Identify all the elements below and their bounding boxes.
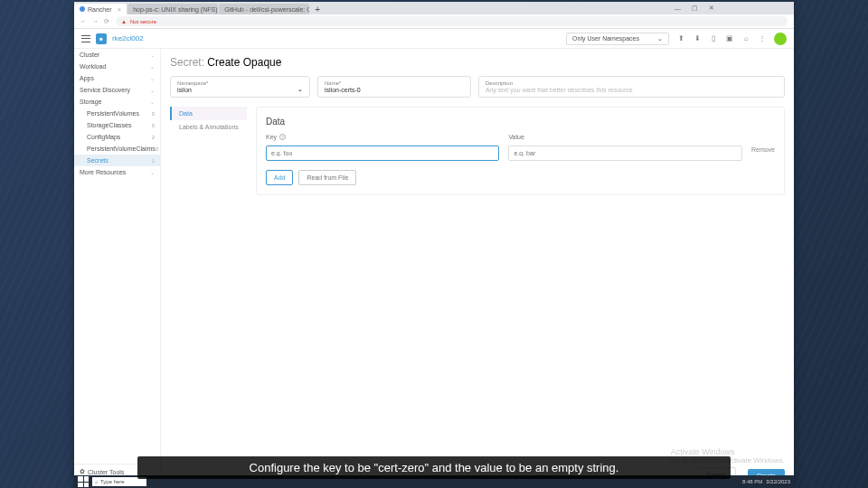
sidebar-item-service-discovery[interactable]: Service Discovery⌄	[74, 84, 160, 96]
search-icon: ⌕	[95, 479, 99, 484]
sidebar-item-storage[interactable]: Storage⌄	[74, 96, 160, 108]
value-label: Value	[508, 134, 524, 140]
close-icon[interactable]: ✕	[709, 5, 714, 12]
taskbar-time: 8:48 PM	[742, 479, 762, 484]
chevron-down-icon: ⌄	[297, 86, 303, 93]
value-input[interactable]	[508, 145, 741, 161]
tab-rancher[interactable]: Rancher ×	[74, 4, 127, 14]
tab-close-icon[interactable]: ×	[117, 5, 121, 14]
tab-labels-annotations[interactable]: Labels & Annotations	[172, 120, 247, 134]
taskbar-date: 3/22/2023	[766, 479, 790, 484]
shell-icon[interactable]: ▣	[725, 34, 734, 43]
remove-button[interactable]: Remove	[751, 134, 775, 153]
reload-icon[interactable]: ⟳	[104, 18, 109, 25]
tab-label: Rancher	[88, 6, 111, 13]
rancher-logo: ⎈	[96, 33, 107, 44]
insecure-warning-icon: ▲	[121, 19, 127, 24]
namespace-filter[interactable]: Only User Namespaces ⌄	[566, 33, 669, 45]
add-button[interactable]: Add	[266, 170, 293, 185]
namespace-select[interactable]: Namespace* isilon ⌄	[170, 76, 310, 98]
chevron-down-icon: ⌄	[150, 169, 155, 175]
forward-icon[interactable]: →	[92, 18, 99, 25]
data-panel: Data Key ? Value	[256, 107, 785, 195]
chevron-down-icon: ⌄	[150, 87, 155, 93]
read-from-file-button[interactable]: Read from File	[298, 170, 356, 185]
namespace-filter-label: Only User Namespaces	[572, 35, 639, 42]
field-label: Description	[486, 80, 778, 86]
url-bar: ← → ⟳ ▲ Not secure	[74, 14, 794, 29]
sidebar-item-secrets[interactable]: Secrets1	[74, 155, 160, 166]
avatar[interactable]	[774, 33, 787, 45]
minimize-icon[interactable]: —	[675, 5, 681, 12]
address-bar[interactable]: ▲ Not secure	[116, 16, 788, 26]
cluster-name[interactable]: rke2cl002	[112, 34, 144, 42]
caption-overlay: Configure the key to be "cert-zero" and …	[137, 456, 731, 479]
download-icon[interactable]: ⬇	[693, 34, 702, 43]
panel-title: Data	[266, 117, 775, 127]
menu-icon[interactable]	[81, 35, 90, 42]
new-tab-button[interactable]: +	[310, 5, 325, 14]
description-placeholder: Any text you want that better describes …	[486, 87, 778, 93]
key-label: Key	[266, 134, 277, 140]
app-header: ⎈ rke2cl002 Only User Namespaces ⌄ ⬆ ⬇ ▯…	[74, 29, 794, 49]
chevron-down-icon: ⌄	[657, 35, 663, 42]
gear-icon: ✿	[80, 468, 85, 475]
browser-window: — ▢ ✕ Rancher × hop-ps-c: UNIX sharing (…	[74, 2, 794, 488]
back-icon[interactable]: ←	[80, 18, 87, 25]
maximize-icon[interactable]: ▢	[692, 5, 698, 12]
sidebar: Cluster⌄ Workload⌄ Apps⌄ Service Discove…	[74, 49, 161, 488]
sidebar-item-pvc[interactable]: PersistentVolumeClaims0	[74, 143, 160, 155]
description-field[interactable]: Description Any text you want that bette…	[478, 76, 785, 98]
name-value: isilon-certs-0	[325, 87, 464, 93]
tab-nfs[interactable]: hop-ps-c: UNIX sharing (NFS) × ×	[127, 4, 218, 14]
namespace-value: isilon	[177, 87, 208, 93]
chevron-down-icon: ⌄	[150, 75, 155, 81]
key-input[interactable]	[266, 145, 499, 161]
sidebar-item-workload[interactable]: Workload⌄	[74, 61, 160, 72]
name-field[interactable]: Name* isilon-certs-0	[317, 76, 471, 98]
chevron-down-icon: ⌄	[150, 52, 155, 58]
insecure-warning-text: Not secure	[130, 19, 156, 24]
sidebar-item-configmaps[interactable]: ConfigMaps2	[74, 131, 160, 143]
tab-label: GitHub - dell/csi-powerscale: C	[224, 6, 309, 13]
tab-label: hop-ps-c: UNIX sharing (NFS) ×	[133, 6, 218, 13]
field-label: Namespace*	[177, 80, 208, 86]
sidebar-item-apps[interactable]: Apps⌄	[74, 72, 160, 84]
tab-data[interactable]: Data	[170, 107, 247, 120]
sidebar-item-cluster[interactable]: Cluster⌄	[74, 49, 160, 61]
vertical-tabs: Data Labels & Annotations	[170, 107, 247, 195]
sidebar-item-more[interactable]: More Resources⌄	[74, 166, 160, 178]
info-icon[interactable]: ?	[279, 134, 286, 140]
page-title: Secret: Create Opaque	[170, 56, 785, 69]
search-icon[interactable]: ⌕	[741, 34, 750, 43]
chevron-down-icon: ⌄	[150, 63, 155, 70]
tab-github[interactable]: GitHub - dell/csi-powerscale: C ×	[219, 4, 309, 14]
chevron-down-icon: ⌄	[150, 99, 155, 105]
start-button[interactable]	[78, 476, 89, 487]
field-label: Name*	[325, 80, 464, 86]
copy-icon[interactable]: ▯	[709, 34, 718, 43]
sidebar-item-pv[interactable]: PersistentVolumes0	[74, 108, 160, 119]
main-content: Secret: Create Opaque Namespace* isilon …	[161, 49, 794, 488]
rancher-favicon	[80, 6, 85, 12]
kebab-icon[interactable]: ⋮	[758, 34, 767, 43]
sidebar-item-storageclasses[interactable]: StorageClasses0	[74, 119, 160, 131]
import-icon[interactable]: ⬆	[676, 34, 685, 43]
